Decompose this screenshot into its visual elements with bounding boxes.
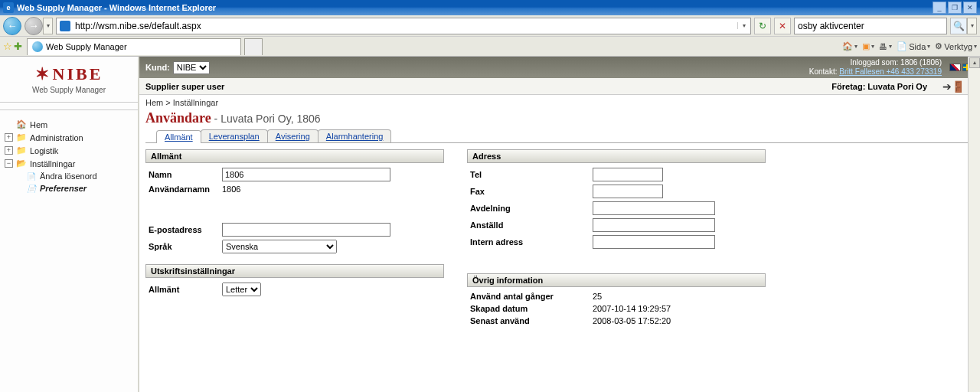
- kontakt-link[interactable]: Britt Fallesen +46 433 273319: [839, 67, 942, 76]
- page-icon: [60, 21, 70, 31]
- main-content: Kund: NIBE Inloggad som: 1806 (1806) Kon…: [139, 57, 980, 392]
- logged-in-text: Inloggad som: 1806 (1806): [809, 58, 942, 67]
- anvand-value: 25: [593, 292, 602, 301]
- nav-andra-losenord[interactable]: 📄Ändra lösenord: [26, 170, 133, 182]
- brand-logo: ✶NIBE: [35, 64, 103, 84]
- fax-label: Fax: [470, 187, 593, 196]
- login-info: Inloggad som: 1806 (1806) Kontakt: Britt…: [809, 58, 942, 77]
- tab-allmant[interactable]: Allmänt: [156, 130, 201, 143]
- anstalld-label: Anställd: [470, 220, 593, 230]
- sidebar: ✶NIBE Web Supply Manager 🏠Hem +📁Administ…: [0, 57, 139, 392]
- browser-tab[interactable]: Web Supply Manager: [27, 38, 241, 55]
- nav-logistik[interactable]: +📁Logistik: [5, 144, 133, 157]
- tabstrip: ☆ ✚ Web Supply Manager 🏠 ▾ ▣ ▾ 🖶 ▾ 📄 Sid…: [0, 37, 980, 57]
- navbar: ← → ▾ ▾ ↻ ✕ 🔍 ▾: [0, 15, 980, 37]
- avdelning-input[interactable]: [593, 201, 715, 215]
- anvnamn-label: Användarnamn: [149, 185, 222, 194]
- email-input[interactable]: [222, 223, 390, 237]
- section-ovrig: Övrig information: [467, 273, 766, 287]
- folder-icon: 📁: [16, 132, 27, 142]
- address-input[interactable]: [74, 21, 737, 31]
- page-menu[interactable]: 📄 Sida ▾: [897, 41, 930, 51]
- page-title: Användare - Luvata Pori Oy, 1806: [139, 110, 980, 129]
- feeds-button[interactable]: ▣ ▾: [862, 41, 874, 51]
- namn-input[interactable]: [222, 168, 390, 181]
- refresh-button[interactable]: ↻: [754, 18, 771, 34]
- avdelning-label: Avdelning: [470, 204, 593, 213]
- nav-installningar[interactable]: −📂Inställningar: [5, 157, 133, 170]
- senast-value: 2008-03-05 17:52:20: [593, 316, 671, 325]
- titlebar: e Web Supply Manager - Windows Internet …: [0, 0, 980, 15]
- restore-button[interactable]: ❐: [948, 2, 962, 14]
- skapad-label: Skapad datum: [470, 304, 593, 313]
- section-adress: Adress: [467, 149, 766, 163]
- skapad-value: 2007-10-14 19:29:57: [593, 304, 671, 313]
- exit-icon[interactable]: ➔🚪: [942, 80, 965, 93]
- address-bar[interactable]: ▾: [56, 18, 751, 34]
- print-button[interactable]: 🖶 ▾: [879, 42, 892, 51]
- stop-button[interactable]: ✕: [774, 18, 791, 34]
- nav-preferenser[interactable]: 📄Preferenser: [26, 182, 133, 194]
- search-box[interactable]: [794, 18, 947, 34]
- tab-favicon-icon: [32, 41, 43, 52]
- email-label: E-postadress: [149, 225, 222, 234]
- page-icon: 📄: [26, 172, 37, 181]
- search-input[interactable]: [795, 21, 946, 31]
- sub-strip: Supplier super user Företag: Luvata Pori…: [139, 78, 980, 95]
- role-text: Supplier super user: [145, 82, 224, 91]
- nav-tree: 🏠Hem +📁Administration +📁Logistik −📂Instä…: [0, 115, 138, 198]
- ie-icon: e: [3, 2, 14, 13]
- home-button[interactable]: 🏠 ▾: [842, 41, 858, 51]
- scrollbar[interactable]: ▴: [968, 57, 980, 392]
- close-button[interactable]: ✕: [963, 2, 977, 14]
- intern-label: Intern adress: [470, 237, 593, 247]
- scroll-up-icon[interactable]: ▴: [969, 57, 980, 68]
- forward-button[interactable]: →: [24, 17, 43, 35]
- section-utskrift: Utskriftsinställningar: [145, 264, 444, 278]
- tools-menu[interactable]: ⚙ Verktyg ▾: [935, 41, 977, 51]
- command-bar: 🏠 ▾ ▣ ▾ 🖶 ▾ 📄 Sida ▾ ⚙ Verktyg ▾: [842, 41, 977, 51]
- tab-leveransplan[interactable]: Leveransplan: [201, 129, 268, 142]
- back-button[interactable]: ←: [3, 17, 21, 35]
- company-text: Företag: Luvata Pori Oy: [831, 82, 927, 91]
- favorites-star-icon[interactable]: ☆: [3, 41, 12, 52]
- search-dropdown[interactable]: ▾: [967, 18, 977, 34]
- nav-history-dropdown[interactable]: ▾: [43, 18, 53, 34]
- sprak-select[interactable]: Svenska: [222, 240, 337, 253]
- expand-icon[interactable]: +: [5, 146, 13, 155]
- nav-hem[interactable]: 🏠Hem: [5, 118, 133, 131]
- collapse-icon[interactable]: −: [5, 159, 13, 168]
- window-title: Web Supply Manager - Windows Internet Ex…: [17, 3, 933, 12]
- tel-input[interactable]: [593, 168, 663, 181]
- namn-label: Namn: [149, 170, 222, 179]
- tel-label: Tel: [470, 170, 593, 179]
- breadcrumb: Hem > Inställningar: [139, 95, 980, 110]
- brand-block: ✶NIBE Web Supply Manager: [0, 57, 138, 103]
- print-select[interactable]: Letter: [222, 283, 261, 296]
- nav-administration[interactable]: +📁Administration: [5, 131, 133, 144]
- tab-title: Web Supply Manager: [46, 42, 127, 51]
- senast-label: Senast använd: [470, 316, 593, 325]
- kund-label: Kund:: [145, 63, 170, 72]
- tab-avisering[interactable]: Avisering: [267, 129, 318, 142]
- add-favorite-icon[interactable]: ✚: [14, 41, 22, 52]
- sprak-label: Språk: [149, 242, 222, 251]
- flag-en-icon[interactable]: [949, 64, 961, 71]
- top-strip: Kund: NIBE Inloggad som: 1806 (1806) Kon…: [139, 57, 980, 78]
- minimize-button[interactable]: _: [933, 2, 946, 14]
- address-dropdown[interactable]: ▾: [737, 22, 750, 29]
- kund-select[interactable]: NIBE: [173, 61, 210, 74]
- tab-alarmhantering[interactable]: Alarmhantering: [318, 129, 392, 142]
- fax-input[interactable]: [593, 185, 663, 198]
- intern-input[interactable]: [593, 235, 715, 249]
- new-tab-button[interactable]: [244, 38, 263, 55]
- home-icon: 🏠: [16, 119, 27, 129]
- expand-icon[interactable]: +: [5, 133, 13, 142]
- kontakt-label: Kontakt:: [809, 67, 838, 76]
- brand-sub: Web Supply Manager: [32, 86, 106, 94]
- folder-icon: 📁: [16, 145, 27, 155]
- anstalld-input[interactable]: [593, 218, 715, 232]
- search-button[interactable]: 🔍: [950, 18, 967, 34]
- print-allmant-label: Allmänt: [149, 285, 222, 294]
- page-icon: 📄: [26, 185, 37, 193]
